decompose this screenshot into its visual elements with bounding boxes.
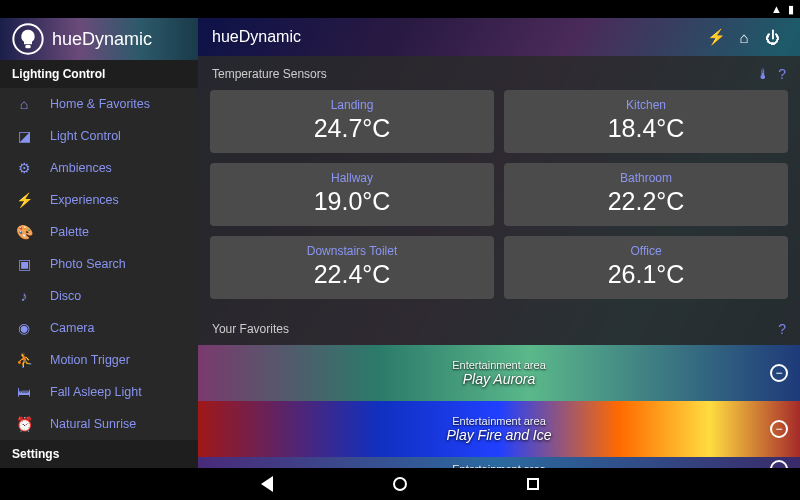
nav-icon: 🛏 <box>16 384 32 400</box>
sensor-value: 18.4°C <box>504 114 788 143</box>
status-signal-icon: ▲ <box>771 3 782 15</box>
favorite-card[interactable]: Entertainment area− <box>198 457 800 468</box>
nav-icon: ◉ <box>16 320 32 336</box>
nav-label: Fall Asleep Light <box>50 385 142 399</box>
nav-label: Motion Trigger <box>50 353 130 367</box>
home-icon[interactable]: ⌂ <box>730 29 758 46</box>
favorite-area: Entertainment area <box>452 415 546 427</box>
nav-icon: ⚙ <box>16 160 32 176</box>
sensor-card[interactable]: Kitchen18.4°C <box>504 90 788 153</box>
status-battery-icon: ▮ <box>788 3 794 16</box>
nav-label: Light Control <box>50 129 121 143</box>
sensor-value: 24.7°C <box>210 114 494 143</box>
nav-label: Photo Search <box>50 257 126 271</box>
nav-icon: ⏰ <box>16 416 32 432</box>
nav-icon: ♪ <box>16 288 32 304</box>
favorites-title: Your Favorites <box>212 322 289 336</box>
nav-icon: ⚡ <box>16 192 32 208</box>
sensor-card[interactable]: Landing24.7°C <box>210 90 494 153</box>
nav-home-button[interactable] <box>393 477 407 491</box>
nav-label: Experiences <box>50 193 119 207</box>
thermometer-icon[interactable]: 🌡 <box>756 66 770 82</box>
favorites-section-header: Your Favorites ? <box>198 311 800 345</box>
android-status-bar: ▲ ▮ <box>0 0 800 18</box>
sensor-value: 22.4°C <box>210 260 494 289</box>
nav-back-button[interactable] <box>261 476 273 492</box>
help-icon[interactable]: ? <box>778 321 786 337</box>
sensor-name: Downstairs Toilet <box>210 244 494 258</box>
nav-label: Ambiences <box>50 161 112 175</box>
sensor-card[interactable]: Office26.1°C <box>504 236 788 299</box>
nav-label: Palette <box>50 225 89 239</box>
sensor-card[interactable]: Downstairs Toilet22.4°C <box>210 236 494 299</box>
sensor-card[interactable]: Hallway19.0°C <box>210 163 494 226</box>
sidebar-section-settings: Settings <box>0 440 198 468</box>
sidebar-item-ambiences[interactable]: ⚙Ambiences <box>0 152 198 184</box>
nav-label: Natural Sunrise <box>50 417 136 431</box>
power-icon[interactable]: ⏻ <box>758 29 786 46</box>
sensor-value: 19.0°C <box>210 187 494 216</box>
remove-icon[interactable]: − <box>770 420 788 438</box>
sidebar-item-natural-sunrise[interactable]: ⏰Natural Sunrise <box>0 408 198 440</box>
favorite-area: Entertainment area <box>452 463 546 468</box>
sensor-name: Bathroom <box>504 171 788 185</box>
sensor-card[interactable]: Bathroom22.2°C <box>504 163 788 226</box>
main: hueDynamic ⚡ ⌂ ⏻ Temperature Sensors 🌡 ?… <box>198 18 800 468</box>
nav-label: Camera <box>50 321 94 335</box>
sidebar-item-light-control[interactable]: ◪Light Control <box>0 120 198 152</box>
sensors-title: Temperature Sensors <box>212 67 327 81</box>
sidebar: hueDynamic Lighting Control ⌂Home & Favo… <box>0 18 198 468</box>
remove-icon[interactable]: − <box>770 364 788 382</box>
app-title: hueDynamic <box>212 28 301 46</box>
sidebar-item-disco[interactable]: ♪Disco <box>0 280 198 312</box>
sensor-grid: Landing24.7°CKitchen18.4°CHallway19.0°CB… <box>198 90 800 311</box>
sensor-name: Kitchen <box>504 98 788 112</box>
sensor-name: Office <box>504 244 788 258</box>
sensor-value: 22.2°C <box>504 187 788 216</box>
favorite-card[interactable]: Entertainment areaPlay Fire and Ice− <box>198 401 800 457</box>
nav-icon: ⛹ <box>16 352 32 368</box>
sensor-value: 26.1°C <box>504 260 788 289</box>
sidebar-item-home-favorites[interactable]: ⌂Home & Favorites <box>0 88 198 120</box>
sidebar-section-lighting: Lighting Control <box>0 60 198 88</box>
sidebar-item-camera[interactable]: ◉Camera <box>0 312 198 344</box>
help-icon[interactable]: ? <box>778 66 786 82</box>
svg-rect-1 <box>25 45 30 48</box>
favorite-card[interactable]: Entertainment areaPlay Aurora− <box>198 345 800 401</box>
android-nav-bar <box>0 468 800 500</box>
sidebar-item-experiences[interactable]: ⚡Experiences <box>0 184 198 216</box>
flash-icon[interactable]: ⚡ <box>702 28 730 46</box>
brand-text: hueDynamic <box>52 29 152 50</box>
sidebar-item-fall-asleep-light[interactable]: 🛏Fall Asleep Light <box>0 376 198 408</box>
favorite-title: Play Aurora <box>463 371 536 387</box>
nav-label: Home & Favorites <box>50 97 150 111</box>
favorite-area: Entertainment area <box>452 359 546 371</box>
sensors-section-header: Temperature Sensors 🌡 ? <box>198 56 800 90</box>
nav-recent-button[interactable] <box>527 478 539 490</box>
sidebar-brand: hueDynamic <box>0 18 198 60</box>
nav-icon: ◪ <box>16 128 32 144</box>
sidebar-item-motion-trigger[interactable]: ⛹Motion Trigger <box>0 344 198 376</box>
nav-label: Disco <box>50 289 81 303</box>
sidebar-item-photo-search[interactable]: ▣Photo Search <box>0 248 198 280</box>
nav-icon: 🎨 <box>16 224 32 240</box>
sensor-name: Landing <box>210 98 494 112</box>
app-bar: hueDynamic ⚡ ⌂ ⏻ <box>198 18 800 56</box>
bulb-logo-icon <box>12 23 44 55</box>
remove-icon[interactable]: − <box>770 460 788 468</box>
nav-icon: ▣ <box>16 256 32 272</box>
favorite-title: Play Fire and Ice <box>446 427 551 443</box>
sidebar-item-palette[interactable]: 🎨Palette <box>0 216 198 248</box>
nav-icon: ⌂ <box>16 96 32 112</box>
sensor-name: Hallway <box>210 171 494 185</box>
